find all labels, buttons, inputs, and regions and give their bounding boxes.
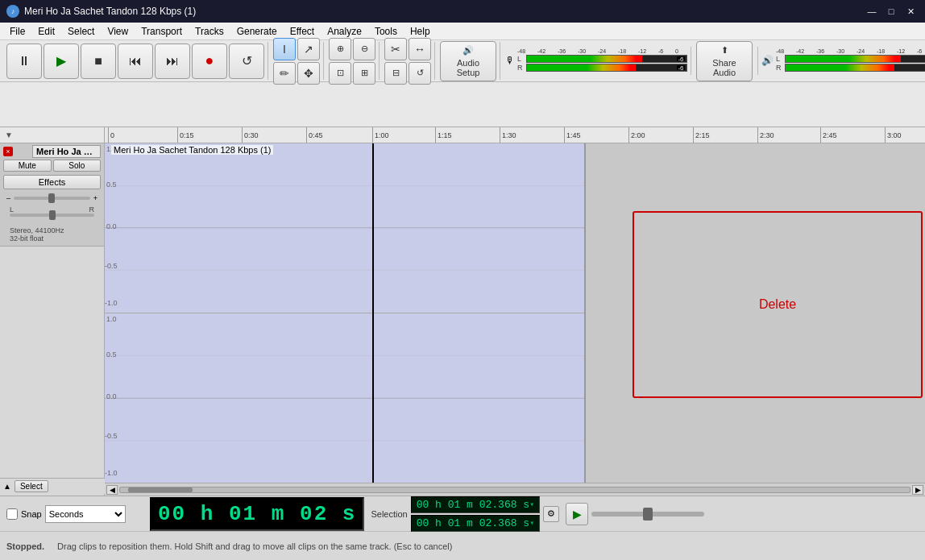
maximize-button[interactable]: □	[883, 5, 899, 18]
selection-end[interactable]: 00 h 01 m 02.368 s ▾	[411, 515, 540, 532]
share-audio-section: ⬆ Share Audio	[693, 42, 756, 80]
ruler-mark-130: 1:30	[500, 127, 516, 143]
trim-button[interactable]: ✂	[384, 38, 407, 60]
menu-tracks[interactable]: Tracks	[189, 24, 230, 39]
menu-transport[interactable]: Transport	[135, 24, 189, 39]
audio-setup-button[interactable]: 🔊 Audio Setup	[440, 41, 496, 81]
y2-label-1: 1.0	[106, 315, 117, 323]
ruler-mark-1min: 1:00	[372, 127, 389, 143]
ruler-mark-2min: 2:00	[628, 127, 645, 143]
zoom-sel-button[interactable]: ⊡	[329, 62, 351, 85]
selection-start[interactable]: 00 h 01 m 02.368 s ▾	[411, 496, 540, 513]
effects-button[interactable]: Effects	[3, 175, 101, 189]
menu-effect[interactable]: Effect	[284, 24, 321, 39]
track-name-label[interactable]: Meri Ho Ja S…	[32, 145, 101, 158]
menu-file[interactable]: File	[3, 24, 31, 39]
stop-button[interactable]: ■	[81, 44, 116, 79]
select-button[interactable]: Select	[15, 480, 48, 492]
pan-thumb[interactable]	[49, 210, 56, 220]
scroll-left-button[interactable]: ◀	[106, 485, 118, 495]
gain-thumb[interactable]	[48, 193, 55, 203]
vu-input-L: L -6	[517, 55, 687, 63]
window-title: Meri Ho Ja Sachet Tandon 128 Kbps (1)	[24, 6, 196, 17]
snap-select[interactable]: Seconds	[45, 505, 126, 523]
statusbar: Snap Seconds 00 h 01 m 02 s Selection 00…	[0, 496, 925, 560]
zoom-in-button[interactable]: ⊕	[329, 38, 351, 60]
window-controls: — □ ✕	[864, 5, 919, 18]
speed-slider[interactable]	[591, 508, 704, 521]
select-tool[interactable]: I	[273, 38, 296, 60]
y2-label-m05: -0.5	[105, 432, 118, 440]
track-header: × Meri Ho Ja S… Mute Solo Effects – +	[0, 143, 104, 247]
zoom-grid: ⊕ ⊖ ⊡ ⊞	[329, 38, 375, 85]
trim-tools: ✂ ↔ ⊟ ↺	[381, 42, 435, 80]
multi-tool[interactable]: ✥	[297, 62, 320, 85]
silence-button[interactable]: ⊟	[384, 62, 407, 85]
solo-button[interactable]: Solo	[53, 160, 102, 172]
delete-region: Delete	[633, 211, 923, 398]
zoom-fit-button[interactable]: ⊞	[353, 62, 375, 85]
tools-grid: I ↗ ✏ ✥	[273, 38, 320, 85]
audio-setup-icon: 🔊	[462, 45, 474, 56]
minimize-button[interactable]: —	[864, 5, 880, 18]
ruler-mark-45: 0:45	[306, 127, 323, 143]
selection-label: Selection	[371, 509, 407, 519]
menu-help[interactable]: Help	[404, 24, 437, 39]
ruler-mark-215: 2:15	[693, 127, 710, 143]
track-info: Stereo, 44100Hz 32-bit float	[3, 225, 101, 244]
track-info-line2: 32-bit float	[10, 234, 94, 243]
edit-tools: I ↗ ✏ ✥	[270, 42, 324, 80]
hint-text: Drag clips to reposition them. Hold Shif…	[57, 541, 452, 551]
play-speed-button[interactable]: ▶	[566, 503, 588, 525]
waveform-title: Meri Ho Ja Sachet Tandon 128 Kbps (1)	[111, 145, 273, 155]
waveform-area[interactable]: Meri Ho Ja Sachet Tandon 128 Kbps (1) 1.…	[105, 143, 925, 483]
toolbar: ⏸ ▶ ■ ⏮ ⏭ ● ↺ I ↗ ✏ ✥ ⊕ ⊖ ⊡ ⊞	[0, 40, 925, 127]
zoom-out-button[interactable]: ⊖	[353, 38, 375, 60]
vu-output-scale: -48-42-36-30-24-18-12-60	[776, 48, 925, 54]
scroll-thumb[interactable]	[128, 487, 193, 492]
speed-thumb[interactable]	[643, 508, 653, 521]
share-icon: ⬆	[721, 45, 728, 56]
envelope-tool[interactable]: ↗	[297, 38, 320, 60]
menu-tools[interactable]: Tools	[368, 24, 404, 39]
menu-generate[interactable]: Generate	[230, 24, 284, 39]
selection-section: Selection 00 h 01 m 02.368 s ▾ 00 h 01 m…	[371, 496, 559, 532]
scroll-right-button[interactable]: ▶	[912, 485, 923, 495]
loop-button[interactable]: ↺	[229, 44, 264, 79]
play-speed-section: ▶	[566, 503, 704, 525]
statusbar-bottom: Stopped. Drag clips to reposition them. …	[0, 532, 925, 560]
share-audio-button[interactable]: ⬆ Share Audio	[696, 41, 753, 81]
record-button[interactable]: ●	[192, 44, 227, 79]
playhead	[372, 143, 374, 483]
gain-plus-icon: +	[93, 194, 97, 202]
pan-slider[interactable]	[10, 214, 94, 217]
replay-button[interactable]: ↺	[409, 62, 431, 85]
menu-edit[interactable]: Edit	[31, 24, 61, 39]
track-name-row: × Meri Ho Ja S…	[3, 145, 101, 158]
mute-button[interactable]: Mute	[3, 160, 52, 172]
menu-view[interactable]: View	[101, 24, 135, 39]
play-button[interactable]: ▶	[44, 44, 79, 79]
timeshift-button[interactable]: ↔	[409, 38, 431, 60]
next-button[interactable]: ⏭	[155, 44, 190, 79]
draw-tool[interactable]: ✏	[273, 62, 296, 85]
audio-setup-section: 🔊 Audio Setup	[437, 42, 500, 80]
audio-setup-label: Audio Setup	[449, 58, 487, 77]
vu-output-R: R -6	[776, 64, 925, 72]
gain-slider[interactable]	[14, 197, 90, 200]
track-close-button[interactable]: ×	[3, 147, 13, 156]
ruler-mark-115: 1:15	[435, 127, 452, 143]
snap-label[interactable]: Snap	[21, 509, 42, 519]
ruler-mark-245: 2:45	[820, 127, 837, 143]
prev-button[interactable]: ⏮	[118, 44, 153, 79]
status-text: Stopped.	[6, 541, 44, 551]
vu-output-L: L -6	[776, 55, 925, 63]
scroll-track[interactable]	[119, 487, 910, 493]
menu-select[interactable]: Select	[61, 24, 101, 39]
snap-checkbox[interactable]	[6, 508, 18, 520]
pause-button[interactable]: ⏸	[6, 44, 42, 79]
selection-gear-button[interactable]: ⚙	[543, 506, 559, 522]
close-button[interactable]: ✕	[902, 5, 919, 18]
ruler-spacer: ▼	[5, 131, 13, 139]
menu-analyze[interactable]: Analyze	[321, 24, 368, 39]
